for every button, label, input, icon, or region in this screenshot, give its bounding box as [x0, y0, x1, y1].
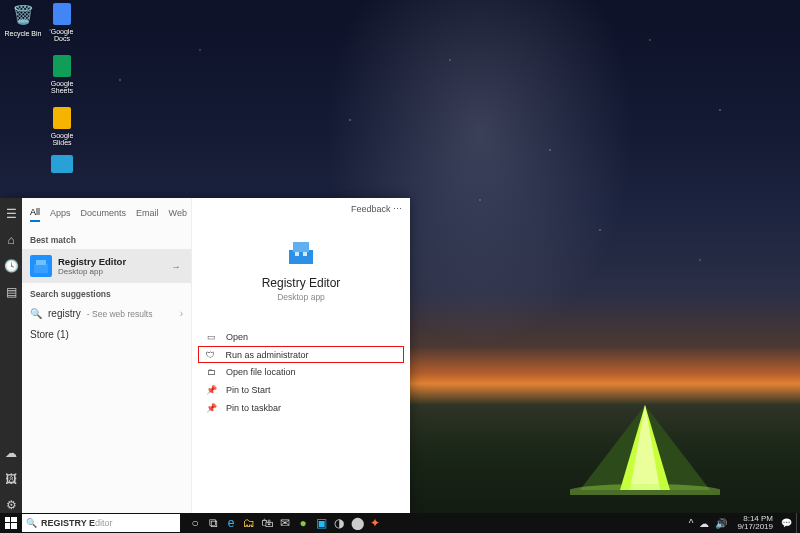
- action-pin-to-taskbar[interactable]: 📌 Pin to taskbar: [198, 399, 404, 417]
- desktop-icon-label: Google Slides: [42, 132, 82, 146]
- volume-icon[interactable]: 🔊: [715, 518, 727, 529]
- search-suggestions-label: Search suggestions: [22, 283, 191, 303]
- gear-icon[interactable]: ⚙: [3, 497, 19, 513]
- list-icon[interactable]: ▤: [3, 284, 19, 300]
- regedit-icon: [30, 255, 52, 277]
- desktop-icon-google-sheets[interactable]: Google Sheets: [42, 55, 82, 94]
- best-match-title: Registry Editor: [58, 256, 126, 267]
- search-filter-tabs: All Apps Documents Email Web More ▾: [22, 198, 191, 229]
- search-icon: 🔍: [26, 518, 37, 528]
- action-label: Pin to taskbar: [226, 403, 281, 413]
- detail-subtitle: Desktop app: [192, 292, 410, 302]
- search-text: REGISTRY Editor: [41, 518, 113, 528]
- rail-spacer: [3, 310, 19, 435]
- store-section[interactable]: Store (1): [22, 324, 191, 345]
- chevron-right-icon: ›: [180, 308, 183, 319]
- tab-documents[interactable]: Documents: [81, 208, 127, 221]
- open-icon: ▭: [204, 332, 218, 342]
- best-match-result[interactable]: Registry Editor Desktop app →: [22, 249, 191, 283]
- desktop: 🗑️ Recycle Bin Google Docs Google Sheets…: [0, 0, 800, 533]
- suggestion-term: registry: [48, 308, 81, 319]
- store-label: Store (1): [30, 329, 69, 340]
- svg-rect-5: [36, 260, 46, 265]
- best-match-subtitle: Desktop app: [58, 267, 126, 276]
- svg-rect-6: [289, 250, 313, 264]
- steam-icon[interactable]: ◑: [330, 513, 348, 533]
- regedit-large-icon: [285, 236, 317, 268]
- task-view-icon[interactable]: ⧉: [204, 513, 222, 533]
- home-icon[interactable]: ⌂: [3, 232, 19, 248]
- tray-chevron-up-icon[interactable]: ^: [689, 518, 694, 529]
- app-icon[interactable]: ✦: [366, 513, 384, 533]
- picture-icon[interactable]: 🖼: [3, 471, 19, 487]
- start-rail: ☰ ⌂ 🕓 ▤ ☁ 🖼 ⚙: [0, 198, 22, 513]
- windows-logo-icon: [5, 517, 17, 529]
- tab-web[interactable]: Web: [169, 208, 187, 221]
- taskbar: 🔍 REGISTRY Editor ○ ⧉ e 🗂 🛍 ✉ ● ▣ ◑ ⬤ ✦ …: [0, 513, 800, 533]
- desktop-icon-label: Google Sheets: [42, 80, 82, 94]
- action-center-icon[interactable]: 💬: [777, 518, 796, 528]
- svg-rect-11: [11, 517, 17, 522]
- mail-icon[interactable]: ✉: [276, 513, 294, 533]
- tab-all[interactable]: All: [30, 207, 40, 222]
- start-search-panel: ☰ ⌂ 🕓 ▤ ☁ 🖼 ⚙ All Apps Documents Email W…: [0, 198, 410, 513]
- shield-icon: 🛡: [204, 350, 218, 360]
- best-match-label: Best match: [22, 229, 191, 249]
- svg-rect-10: [5, 517, 10, 522]
- search-icon: 🔍: [30, 308, 42, 319]
- store-icon[interactable]: 🛍: [258, 513, 276, 533]
- start-button[interactable]: [0, 513, 22, 533]
- onedrive-icon[interactable]: ☁: [699, 518, 709, 529]
- svg-rect-4: [34, 264, 48, 273]
- action-open[interactable]: ▭ Open: [198, 328, 404, 346]
- suggestion-hint: - See web results: [87, 309, 153, 319]
- action-open-file-location[interactable]: 🗀 Open file location: [198, 363, 404, 381]
- hamburger-icon[interactable]: ☰: [3, 206, 19, 222]
- app-icon[interactable]: ●: [294, 513, 312, 533]
- desktop-icon-google-docs[interactable]: Google Docs: [42, 3, 82, 42]
- action-run-as-administrator[interactable]: 🛡 Run as administrator: [198, 346, 404, 363]
- svg-rect-7: [293, 242, 309, 252]
- ellipsis-icon[interactable]: ⋯: [393, 204, 402, 214]
- file-explorer-icon[interactable]: 🗂: [240, 513, 258, 533]
- svg-rect-12: [5, 523, 10, 529]
- arrow-right-icon: →: [171, 261, 181, 272]
- detail-actions: ▭ Open 🛡 Run as administrator 🗀 Open fil…: [192, 328, 410, 417]
- desktop-icon-label: Google Docs: [42, 28, 82, 42]
- taskbar-pinned: ○ ⧉ e 🗂 🛍 ✉ ● ▣ ◑ ⬤ ✦: [186, 513, 384, 533]
- desktop-icon-recycle-bin[interactable]: 🗑️ Recycle Bin: [3, 3, 43, 37]
- pin-icon: 📌: [204, 403, 218, 413]
- show-desktop-button[interactable]: [796, 513, 800, 533]
- action-pin-to-start[interactable]: 📌 Pin to Start: [198, 381, 404, 399]
- wallpaper-tent: [570, 400, 720, 495]
- google-docs-icon: [53, 3, 71, 25]
- taskbar-search[interactable]: 🔍 REGISTRY Editor: [22, 514, 180, 532]
- search-results-column: All Apps Documents Email Web More ▾ Best…: [22, 198, 192, 513]
- desktop-icon-shortcut[interactable]: [42, 155, 82, 176]
- recycle-bin-icon: 🗑️: [11, 3, 35, 27]
- tab-email[interactable]: Email: [136, 208, 159, 221]
- cloud-icon[interactable]: ☁: [3, 445, 19, 461]
- action-label: Pin to Start: [226, 385, 271, 395]
- clock-icon[interactable]: 🕓: [3, 258, 19, 274]
- desktop-icon-google-slides[interactable]: Google Slides: [42, 107, 82, 146]
- taskbar-clock[interactable]: 8:14 PM 9/17/2019: [733, 515, 777, 531]
- tab-apps[interactable]: Apps: [50, 208, 71, 221]
- app-icon[interactable]: ▣: [312, 513, 330, 533]
- google-sheets-icon: [53, 55, 71, 77]
- google-slides-icon: [53, 107, 71, 129]
- shortcut-icon: [51, 155, 73, 173]
- detail-header: Registry Editor Desktop app: [192, 236, 410, 302]
- svg-rect-9: [303, 252, 307, 256]
- pin-icon: 📌: [204, 385, 218, 395]
- detail-title: Registry Editor: [192, 276, 410, 290]
- app-icon[interactable]: ⬤: [348, 513, 366, 533]
- best-match-text: Registry Editor Desktop app: [58, 256, 126, 276]
- feedback-link[interactable]: Feedback ⋯: [351, 204, 402, 214]
- edge-icon[interactable]: e: [222, 513, 240, 533]
- svg-rect-13: [11, 523, 17, 529]
- action-label: Open file location: [226, 367, 296, 377]
- search-suggestion[interactable]: 🔍 registry - See web results ›: [22, 303, 191, 324]
- cortana-icon[interactable]: ○: [186, 513, 204, 533]
- svg-rect-8: [295, 252, 299, 256]
